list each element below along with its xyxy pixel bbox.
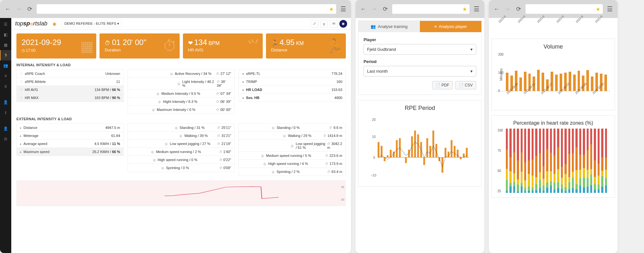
expand-icon[interactable]: ⤢ xyxy=(310,20,318,28)
volume-bar xyxy=(542,73,544,91)
metric-row: ♡HR AVG134 BPM / 66 % xyxy=(16,86,124,94)
card-distance: 🏃 4.95 KM Distance 🏃 xyxy=(266,33,346,59)
internal-col2: ◎Active Recovery / 34 %⏱ 27' 12"◎Light I… xyxy=(128,69,235,114)
star-icon[interactable]: ★ xyxy=(329,6,334,12)
hr-zone-bar xyxy=(521,129,523,193)
metric-row: ◎Active Recovery / 34 %⏱ 27' 12" xyxy=(128,69,235,78)
metric-row: ●Ses. HB4800 xyxy=(239,94,346,102)
sb-item-profile[interactable]: 👤 xyxy=(0,123,11,134)
star-icon[interactable]: ★ xyxy=(462,6,467,12)
back-icon[interactable]: ← xyxy=(4,5,12,13)
sidebar: ☰ ◧ ▦ 🏃 👥 ≡ ⫼ 👤 ⫿ 👤 ⚖ xyxy=(0,18,11,253)
sb-item-list[interactable]: ≡ xyxy=(0,71,11,81)
hr-zone-bar xyxy=(535,129,537,193)
hr-zone-bar xyxy=(543,129,545,193)
card-duration: ⏱ 01 20' 00" Duration ⏱ xyxy=(99,33,179,59)
svg-rect-19 xyxy=(417,134,419,157)
volume-chart-card: Volume 2001000 Minutes 2021-09-052021-09… xyxy=(491,39,615,110)
hr-zone-bar xyxy=(568,129,570,193)
player-select[interactable]: Fjeld Gudbrand▾ xyxy=(364,44,476,55)
card-hr: ❤ 134 BPM HR AVG ⺍ xyxy=(183,33,263,59)
metric-row: ●sRPE-TL778.24 xyxy=(239,69,346,78)
hr-zone-bar xyxy=(598,129,600,193)
tab-analyse-training[interactable]: 👥 Analyse training xyxy=(358,21,420,32)
svg-rect-31 xyxy=(454,146,456,158)
metric-row: ◎Standing / 31 %⏱ 25'11" xyxy=(128,123,235,132)
reload-icon[interactable]: ⟳ xyxy=(26,5,33,13)
sb-item-balance[interactable]: ⚖ xyxy=(0,134,11,144)
sb-item-team[interactable]: 👥 xyxy=(0,60,11,71)
hr-zone-bar xyxy=(561,129,563,193)
internal-col1: ♡sRPE CoachUnknown♡sRPE Athlete11♡HR AVG… xyxy=(16,69,124,114)
browser-bar: ← → ⟳ ★ ☰ xyxy=(0,0,351,18)
svg-rect-9 xyxy=(387,155,389,157)
signal-icon[interactable]: ⫼ xyxy=(320,20,328,28)
sb-item-1[interactable]: ☰ xyxy=(0,19,11,30)
internal-col3: ●sRPE-TL778.24●TRIMP160●HR LOAD153.63●Se… xyxy=(239,69,346,114)
hr-zone-bar xyxy=(554,129,555,193)
tab-analysis-player[interactable]: ≡ Analysis player xyxy=(420,21,481,32)
hamburger-icon[interactable]: ☰ xyxy=(339,5,347,13)
hr-zone-bar xyxy=(557,129,559,193)
svg-rect-6 xyxy=(378,142,380,158)
chevron-down-icon: ▾ xyxy=(470,69,473,74)
topbar: topsprtslab ◉ DEMO REFEREE - ELITE REFS … xyxy=(11,18,351,30)
metric-row: ▸Distance4947.5 m xyxy=(16,123,124,132)
hr-zone-bar xyxy=(575,129,577,193)
hr-zone-bar xyxy=(605,129,607,193)
window-main: ← → ⟳ ★ ☰ ☰ ◧ ▦ 🏃 👥 ≡ ⫼ 👤 ⫿ 👤 ⚖ topsprts… xyxy=(0,0,351,253)
external-col2: ◎Standing / 31 %⏱ 25'11"◎Walking / 39 %⏱… xyxy=(128,123,235,176)
svg-rect-15 xyxy=(405,157,407,163)
metric-row: ▸Meterage61.84 xyxy=(16,132,124,140)
back-icon[interactable]: ← xyxy=(493,5,500,13)
section-external: EXTERNAL INTENSITY & LOAD xyxy=(16,117,346,121)
svg-rect-21 xyxy=(423,157,425,165)
svg-text:−10: −10 xyxy=(371,173,376,177)
calendar-icon: ▦ xyxy=(80,38,94,54)
hr-chart: 3530 xyxy=(16,180,346,206)
hr-zone-bar xyxy=(524,129,526,193)
chevron-down-icon: ▾ xyxy=(470,47,473,52)
referee-selector[interactable]: DEMO REFEREE - ELITE REFS ▾ xyxy=(62,20,122,27)
forward-icon[interactable]: → xyxy=(370,5,378,13)
sb-item-library[interactable]: ⫿ xyxy=(0,107,11,118)
mail-icon[interactable]: ✉ xyxy=(330,20,337,28)
export-csv-button[interactable]: 📄 CSV xyxy=(455,81,476,89)
hr-zone-bar xyxy=(590,129,592,193)
url-bar[interactable]: ★ xyxy=(392,4,469,14)
back-icon[interactable]: ← xyxy=(359,5,367,13)
metric-row: ◎High speed running / 4 %⏱ 173.9 m xyxy=(239,160,346,168)
svg-point-0 xyxy=(31,23,33,25)
hr-zone-bar xyxy=(539,129,541,193)
sb-item-bars[interactable]: ⫼ xyxy=(0,81,11,91)
svg-rect-18 xyxy=(414,131,416,157)
sb-item-activity[interactable]: 🏃 xyxy=(0,50,11,60)
hamburger-icon[interactable]: ☰ xyxy=(473,5,480,13)
hr-zone-bar xyxy=(550,129,552,193)
metric-row: ◎Maximum Intensity / 0 %⏱ 00' 00" xyxy=(128,106,235,114)
hr-zone-bar xyxy=(587,129,589,193)
reload-icon[interactable]: ⟳ xyxy=(515,5,522,13)
star-icon[interactable]: ★ xyxy=(596,6,600,12)
user-avatar-icon[interactable]: ◉ xyxy=(339,20,347,28)
forward-icon[interactable]: → xyxy=(15,5,23,13)
url-bar[interactable]: ★ xyxy=(37,4,336,14)
sb-item-calendar[interactable]: ▦ xyxy=(0,40,11,50)
hr-zone-bar xyxy=(509,129,511,193)
metric-row: ◎Sprinting / 0 %⏱ 0'08" xyxy=(128,164,235,172)
metric-row: ◎Sprinting / 2 %⏱ 83.4 m xyxy=(239,168,346,176)
export-pdf-button[interactable]: 📄 PDF xyxy=(432,81,453,89)
sb-item-dashboard[interactable]: ◧ xyxy=(0,30,11,40)
section-internal: INTERNAL INTENSITY & LOAD xyxy=(16,63,346,67)
stopwatch-icon: ⏱ xyxy=(163,38,177,54)
hr-zone-bar xyxy=(528,129,530,193)
runner-icon: 🏃 xyxy=(326,38,343,54)
svg-rect-12 xyxy=(396,140,398,158)
window-charts: ← → ⟳ ★ ☰ 2021-02021-02021-02021-02021-0… xyxy=(489,0,618,253)
browser-bar-2: ← → ⟳ ★ ☰ xyxy=(355,0,484,18)
sb-item-users[interactable]: 👤 xyxy=(0,97,11,107)
hr-zone-bar xyxy=(579,129,581,193)
period-select[interactable]: Last month▾ xyxy=(364,66,476,77)
reload-icon[interactable]: ⟳ xyxy=(381,5,389,13)
hr-zone-bar xyxy=(506,129,508,193)
